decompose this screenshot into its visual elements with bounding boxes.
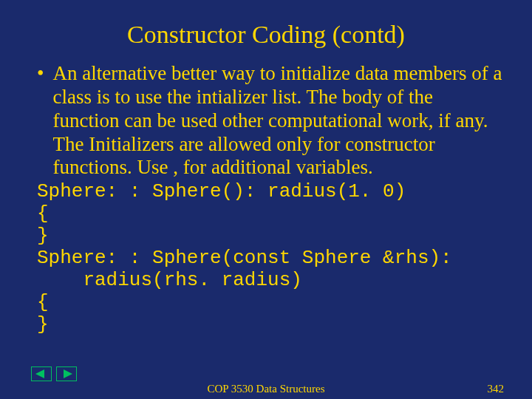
code-block: Sphere: : Sphere(): radius(1. 0) { } Sph…	[37, 181, 502, 335]
arrow-left-icon	[35, 369, 47, 378]
nav-arrows	[31, 366, 77, 381]
slide-title: Constructor Coding (contd)	[30, 21, 502, 49]
bullet-text: An alternative better way to initialize …	[52, 62, 502, 180]
footer-page-number: 342	[488, 383, 505, 395]
svg-marker-1	[64, 369, 72, 378]
bullet-item: • An alternative better way to initializ…	[37, 62, 502, 180]
arrow-right-icon	[61, 369, 72, 378]
footer-course: COP 3530 Data Structures	[0, 383, 532, 395]
next-slide-button[interactable]	[56, 366, 77, 381]
prev-slide-button[interactable]	[31, 366, 52, 381]
svg-marker-0	[35, 369, 44, 378]
bullet-marker: •	[37, 62, 52, 180]
slide: Constructor Coding (contd) • An alternat…	[0, 0, 532, 399]
